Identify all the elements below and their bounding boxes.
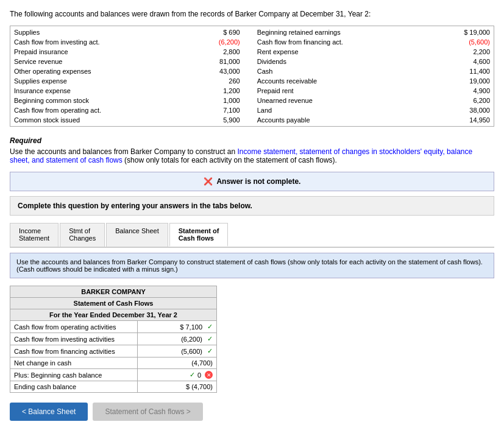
row-value-beginning[interactable]: ✓ 0 ✕ — [138, 369, 217, 381]
account-label: Common stock issued — [10, 115, 190, 127]
account-label: Rent expense — [254, 47, 430, 57]
row-value-1[interactable]: $ 7,100 ✓ — [138, 321, 217, 333]
row-label-net: Net change in cash — [10, 357, 138, 369]
table-period: For the Year Ended December 31, Year 2 — [10, 309, 217, 321]
account-value: 5,900 — [190, 115, 244, 127]
account-value: 19,000 — [430, 76, 494, 86]
account-value: 4,900 — [430, 86, 494, 96]
instruction-box: Use the accounts and balances from Barke… — [10, 253, 494, 278]
account-label: Supplies expense — [10, 76, 190, 86]
account-label: Service revenue — [10, 57, 190, 66]
cash-flows-table: BARKER COMPANY Statement of Cash Flows F… — [10, 286, 217, 393]
answer-banner-text: Answer is not complete. — [216, 177, 300, 186]
tab-changes[interactable]: Stmt ofChanges — [60, 223, 105, 247]
account-value: 7,100 — [190, 105, 244, 115]
answer-banner: ❌ Answer is not complete. — [10, 172, 494, 191]
required-section: Required Use the accounts and balances f… — [10, 136, 494, 164]
row-label-2: Cash flow from investing activities — [10, 333, 138, 345]
account-label: Beginning retained earnings — [254, 26, 430, 38]
account-value: 2,800 — [190, 47, 244, 57]
nav-buttons: < Balance Sheet Statement of Cash flows … — [10, 403, 494, 421]
account-label: Supplies — [10, 26, 190, 38]
x-icon: ❌ — [204, 177, 213, 186]
forward-label: Statement of Cash flows > — [105, 407, 190, 416]
tab-income[interactable]: IncomeStatement — [10, 223, 59, 247]
account-value: 260 — [190, 76, 244, 86]
check-icon-3: ✓ — [207, 347, 213, 355]
account-label: Prepaid rent — [254, 86, 430, 96]
account-value: 11,400 — [430, 66, 494, 76]
row-value-ending[interactable]: $ (4,700) — [138, 381, 217, 393]
account-value: 38,000 — [430, 105, 494, 115]
back-button[interactable]: < Balance Sheet — [10, 403, 88, 421]
account-value: $ 690 — [190, 26, 244, 38]
account-label: Insurance expense — [10, 86, 190, 96]
back-label: < Balance Sheet — [22, 407, 76, 416]
account-label: Cash flow from investing act. — [10, 37, 190, 47]
tabs-bar: IncomeStatement Stmt ofChanges Balance S… — [10, 223, 494, 248]
account-value: (6,200) — [190, 37, 244, 47]
account-label: Accounts receivable — [254, 76, 430, 86]
check-icon-begin-red: ✕ — [205, 371, 213, 379]
account-value: 1,200 — [190, 86, 244, 96]
account-value: 4,600 — [430, 57, 494, 66]
accounts-table: Supplies $ 690 Beginning retained earnin… — [10, 26, 494, 127]
account-value: 81,000 — [190, 57, 244, 66]
account-label: Cash flow from operating act. — [10, 105, 190, 115]
account-value: $ 19,000 — [430, 26, 494, 38]
account-label: Beginning common stock — [10, 96, 190, 105]
required-title: Required — [10, 136, 494, 145]
row-value-3[interactable]: (5,600) ✓ — [138, 345, 217, 357]
account-value: 1,000 — [190, 96, 244, 105]
tab-cashflows[interactable]: Statement ofCash flows — [169, 223, 229, 247]
row-label-ending: Ending cash balance — [10, 381, 138, 393]
row-value-2[interactable]: (6,200) ✓ — [138, 333, 217, 345]
row-label-1: Cash flow from operating activities — [10, 321, 138, 333]
account-label: Land — [254, 105, 430, 115]
account-label: Cash — [254, 66, 430, 76]
row-label-beginning: Plus: Beginning cash balance — [10, 369, 138, 381]
account-value: 2,200 — [430, 47, 494, 57]
intro-text: The following accounts and balances were… — [10, 10, 494, 18]
account-label: Prepaid insurance — [10, 47, 190, 57]
account-label: Other operating expenses — [10, 66, 190, 76]
account-value: 14,950 — [430, 115, 494, 127]
required-text: Use the accounts and balances from Barke… — [10, 147, 494, 164]
check-icon-1: ✓ — [207, 323, 213, 331]
row-value-net: (4,700) — [138, 357, 217, 369]
account-label: Cash flow from financing act. — [254, 37, 430, 47]
table-company: BARKER COMPANY — [10, 286, 217, 298]
account-value: (5,600) — [430, 37, 494, 47]
complete-banner: Complete this question by entering your … — [10, 196, 494, 216]
forward-button[interactable]: Statement of Cash flows > — [93, 403, 202, 421]
account-label: Accounts payable — [254, 115, 430, 127]
account-label: Dividends — [254, 57, 430, 66]
check-green-begin: ✓ — [190, 371, 195, 379]
row-label-3: Cash flow from financing activities — [10, 345, 138, 357]
tab-balance[interactable]: Balance Sheet — [106, 223, 168, 247]
table-title: Statement of Cash Flows — [10, 298, 217, 309]
account-label: Unearned revenue — [254, 96, 430, 105]
account-value: 6,200 — [430, 96, 494, 105]
account-value: 43,000 — [190, 66, 244, 76]
complete-banner-text: Complete this question by entering your … — [18, 202, 252, 210]
check-icon-2: ✓ — [207, 335, 213, 343]
